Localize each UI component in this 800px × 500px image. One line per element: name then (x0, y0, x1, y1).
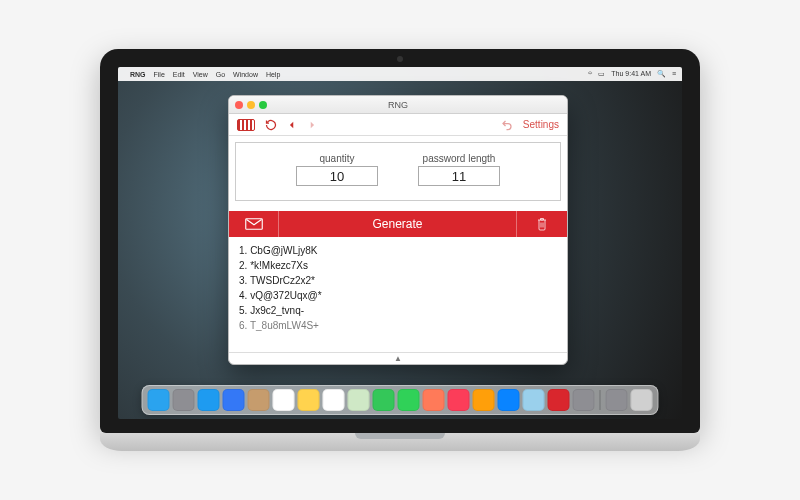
dock-app-notes[interactable] (298, 389, 320, 411)
result-row: 2. *k!Mkezc7Xs (239, 258, 557, 273)
result-row: 4. vQ@372Uqx@* (239, 288, 557, 303)
dock-tray-trash[interactable] (631, 389, 653, 411)
input-panel: quantity 10 password length 11 (235, 142, 561, 201)
refresh-icon[interactable] (265, 119, 277, 131)
dock-app-appstore[interactable] (498, 389, 520, 411)
dock-app-reminders[interactable] (323, 389, 345, 411)
dock-app-maps[interactable] (348, 389, 370, 411)
dock-app-facetime[interactable] (398, 389, 420, 411)
toolbar: Settings (229, 114, 567, 136)
camera-dot (397, 56, 403, 62)
maximize-button[interactable] (259, 101, 267, 109)
desktop: RNG File Edit View Go Window Help ⌔ ▭ Th… (118, 67, 682, 419)
dock-app-preview[interactable] (523, 389, 545, 411)
dock-app-rng[interactable] (548, 389, 570, 411)
trash-button[interactable] (517, 211, 567, 237)
screen-bezel: RNG File Edit View Go Window Help ⌔ ▭ Th… (100, 49, 700, 433)
dock-separator (600, 390, 601, 410)
dock-tray-downloads[interactable] (606, 389, 628, 411)
laptop-base (100, 433, 700, 451)
menubar-app[interactable]: RNG (130, 71, 146, 78)
laptop-mock: RNG File Edit View Go Window Help ⌔ ▭ Th… (100, 49, 700, 451)
dock-app-photobooth[interactable] (423, 389, 445, 411)
back-icon[interactable] (287, 120, 297, 130)
result-row: 1. CbG@jWLjy8K (239, 243, 557, 258)
menubar-status: ⌔ ▭ Thu 9:41 AM 🔍 ≡ (584, 70, 676, 78)
dock-app-finder[interactable] (148, 389, 170, 411)
window-titlebar[interactable]: RNG (229, 96, 567, 114)
menubar-edit[interactable]: Edit (173, 71, 185, 78)
dock-app-itunes[interactable] (448, 389, 470, 411)
minimize-button[interactable] (247, 101, 255, 109)
wifi-icon[interactable]: ⌔ (588, 70, 592, 77)
app-window: RNG Setti (228, 95, 568, 365)
dock-app-safari[interactable] (198, 389, 220, 411)
undo-icon[interactable] (501, 119, 513, 131)
expand-grip-icon[interactable]: ▲ (229, 352, 567, 364)
result-row: 5. Jx9c2_tvnq- (239, 303, 557, 318)
quantity-field: quantity 10 (296, 153, 378, 186)
traffic-lights (235, 101, 267, 109)
dock-app-contacts[interactable] (248, 389, 270, 411)
result-row: 6. T_8u8mLW4S+ (239, 318, 557, 333)
quantity-input[interactable]: 10 (296, 166, 378, 186)
menubar-help[interactable]: Help (266, 71, 280, 78)
battery-icon[interactable]: ▭ (598, 70, 605, 77)
forward-icon[interactable] (307, 120, 317, 130)
dock-app-settings[interactable] (573, 389, 595, 411)
quantity-label: quantity (296, 153, 378, 164)
results-list[interactable]: 1. CbG@jWLjy8K 2. *k!Mkezc7Xs 3. TWSDrCz… (229, 237, 567, 352)
dock-app-ibooks[interactable] (473, 389, 495, 411)
window-title: RNG (229, 100, 567, 110)
menubar-go[interactable]: Go (216, 71, 225, 78)
dock-app-launchpad[interactable] (173, 389, 195, 411)
length-field: password length 11 (418, 153, 500, 186)
mail-button[interactable] (229, 211, 279, 237)
menubar-clock[interactable]: Thu 9:41 AM (611, 70, 651, 77)
dock-app-mail[interactable] (223, 389, 245, 411)
spotlight-icon[interactable]: 🔍 (657, 70, 666, 77)
length-label: password length (418, 153, 500, 164)
notification-center-icon[interactable]: ≡ (672, 70, 676, 77)
settings-button[interactable]: Settings (523, 119, 559, 130)
result-row: 3. TWSDrCz2x2* (239, 273, 557, 288)
length-input[interactable]: 11 (418, 166, 500, 186)
dock-app-messages[interactable] (373, 389, 395, 411)
mode-toggle[interactable] (237, 119, 255, 131)
dock-app-calendar[interactable] (273, 389, 295, 411)
menubar-menus: RNG File Edit View Go Window Help (130, 71, 286, 78)
menubar-window[interactable]: Window (233, 71, 258, 78)
close-button[interactable] (235, 101, 243, 109)
mac-menubar: RNG File Edit View Go Window Help ⌔ ▭ Th… (118, 67, 682, 81)
menubar-view[interactable]: View (193, 71, 208, 78)
generate-button[interactable]: Generate (279, 211, 517, 237)
menubar-file[interactable]: File (154, 71, 165, 78)
action-row: Generate (229, 211, 567, 237)
dock (142, 385, 659, 415)
